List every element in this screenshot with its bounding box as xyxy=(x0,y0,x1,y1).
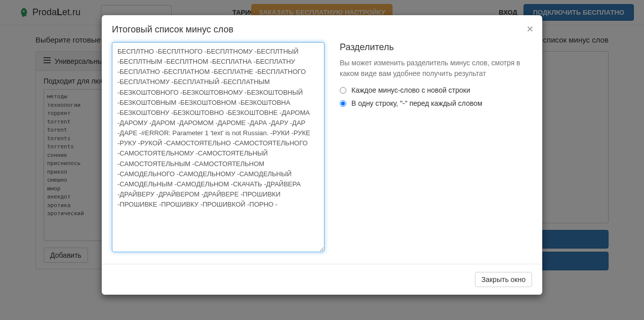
modal-close-button[interactable]: × xyxy=(527,23,533,34)
modal-body: Разделитель Вы может изменить разделител… xyxy=(102,42,542,264)
radio-newline-row[interactable]: Каждое минус-слово с новой строки xyxy=(340,86,532,94)
modal-title: Итоговый список минус слов xyxy=(112,24,532,35)
modal-footer: Закрыть окно xyxy=(102,264,542,295)
modal-close-window-button[interactable]: Закрыть окно xyxy=(475,272,532,287)
modal-header: Итоговый список минус слов × xyxy=(102,15,542,42)
radio-oneline-label: В одну строку, "-" перед каждый словом xyxy=(351,99,482,107)
radio-oneline-row[interactable]: В одну строку, "-" перед каждый словом xyxy=(340,99,532,107)
separator-help: Вы может изменить разделитель минус слов… xyxy=(340,58,532,79)
radio-newline-label: Каждое минус-слово с новой строки xyxy=(351,86,470,94)
radio-newline-input[interactable] xyxy=(340,87,346,94)
modal-right: Разделитель Вы может изменить разделител… xyxy=(340,42,532,254)
modal-left xyxy=(112,42,325,254)
radio-oneline-input[interactable] xyxy=(340,100,346,107)
modal: Итоговый список минус слов × Разделитель… xyxy=(102,15,542,295)
separator-title: Разделитель xyxy=(340,42,532,53)
modal-result-textarea[interactable] xyxy=(112,42,325,252)
